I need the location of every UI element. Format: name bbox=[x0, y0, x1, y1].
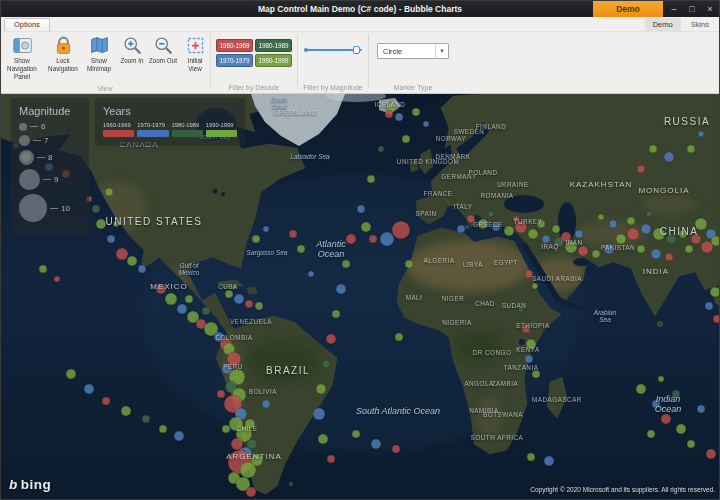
years-legend-swatch bbox=[172, 130, 203, 137]
earthquake-bubble bbox=[308, 271, 314, 277]
lock-navigation-button[interactable]: Lock Navigation bbox=[45, 33, 81, 85]
earthquake-bubble bbox=[478, 219, 488, 229]
tab-options[interactable]: Options bbox=[4, 18, 50, 31]
magnitude-slider[interactable] bbox=[304, 43, 362, 57]
magnitude-value: 9 bbox=[54, 175, 58, 184]
earthquake-bubble bbox=[177, 304, 187, 314]
earthquake-bubble bbox=[672, 390, 680, 398]
earthquake-bubble bbox=[492, 223, 500, 231]
title-bar: Map Control Main Demo (C# code) - Bubble… bbox=[1, 1, 719, 17]
earthquake-bubble bbox=[138, 265, 146, 273]
earthquake-bubble bbox=[522, 325, 530, 333]
earthquake-bubble bbox=[234, 294, 244, 304]
years-legend-label: 1970-1979 bbox=[137, 122, 168, 128]
close-icon[interactable]: × bbox=[701, 1, 719, 17]
earthquake-bubble bbox=[646, 211, 652, 217]
earthquake-bubble bbox=[263, 226, 269, 232]
earthquake-bubble bbox=[54, 276, 60, 282]
earthquake-bubble bbox=[245, 419, 255, 429]
tab-skins[interactable]: Skins bbox=[683, 18, 717, 31]
magnitude-slider-thumb[interactable] bbox=[353, 46, 360, 54]
years-legend-item: 1960-1969 bbox=[103, 122, 134, 137]
earthquake-bubble bbox=[336, 284, 346, 294]
earthquake-bubble bbox=[289, 230, 297, 238]
marker-type-dropdown[interactable]: Circle ▾ bbox=[377, 43, 449, 59]
magnitude-circle bbox=[19, 169, 40, 190]
earthquake-bubble bbox=[185, 295, 193, 303]
earthquake-bubble bbox=[525, 270, 533, 278]
earthquake-bubble bbox=[705, 302, 713, 310]
magnitude-tick bbox=[50, 208, 58, 209]
earthquake-bubble bbox=[142, 415, 150, 423]
earthquake-bubble bbox=[346, 234, 356, 244]
earthquake-bubble bbox=[653, 228, 665, 240]
world-map bbox=[1, 94, 720, 500]
maximize-icon[interactable]: □ bbox=[683, 1, 701, 17]
view-group: Show Navigation Panel Lock Navigation Sh… bbox=[1, 32, 209, 93]
demo-badge[interactable]: Demo bbox=[593, 1, 663, 17]
minimize-icon[interactable]: – bbox=[665, 1, 683, 17]
window-controls: – □ × bbox=[665, 1, 719, 17]
years-legend-title: Years bbox=[103, 105, 237, 117]
earthquake-bubble bbox=[679, 230, 687, 238]
earthquake-bubble bbox=[92, 205, 100, 213]
earthquake-bubble bbox=[84, 384, 94, 394]
earthquake-bubble bbox=[661, 414, 671, 424]
window-title: Map Control Main Demo (C# code) - Bubble… bbox=[258, 1, 462, 17]
initial-view-button[interactable]: Initial View bbox=[179, 33, 211, 85]
earthquake-bubble bbox=[316, 384, 326, 394]
earthquake-bubble bbox=[159, 425, 167, 433]
map-canvas[interactable]: UNITED STATESBRAZILRUSSIACHINACANADAARGE… bbox=[1, 94, 720, 500]
earthquake-bubble bbox=[327, 455, 335, 463]
earthquake-bubble bbox=[532, 283, 538, 289]
earthquake-bubble bbox=[641, 224, 651, 234]
marker-type-group: Circle ▾ Marker Type bbox=[370, 32, 456, 93]
marker-group-label: Marker Type bbox=[394, 84, 433, 93]
earthquake-bubble bbox=[627, 228, 639, 240]
dropdown-arrow-icon[interactable]: ▾ bbox=[435, 44, 448, 58]
decade-1960-1969-button[interactable]: 1960-1969 bbox=[216, 39, 253, 52]
minimap-icon bbox=[89, 35, 110, 56]
magnitude-legend-row: 9 bbox=[19, 169, 81, 190]
button-label: Lock Navigation bbox=[48, 57, 78, 73]
decade-1980-1989-button[interactable]: 1980-1989 bbox=[255, 39, 292, 52]
earthquake-bubble bbox=[527, 453, 535, 461]
show-minimap-button[interactable]: Show Minimap bbox=[81, 33, 117, 85]
button-label: Initial View bbox=[188, 57, 203, 73]
tab-demo[interactable]: Demo bbox=[645, 18, 681, 31]
magnitude-legend-row: 7 bbox=[19, 135, 81, 146]
earthquake-bubble bbox=[127, 256, 137, 266]
earthquake-bubble bbox=[227, 352, 241, 366]
earthquake-bubble bbox=[245, 300, 253, 308]
magnitude-tick bbox=[43, 179, 51, 180]
bing-logo-text: bing bbox=[21, 477, 52, 492]
zoom-in-button[interactable]: Zoom In bbox=[117, 33, 147, 85]
earthquake-bubble bbox=[252, 235, 260, 243]
earthquake-bubble bbox=[565, 241, 577, 253]
magnitude-circle bbox=[19, 123, 27, 131]
zoom-out-button[interactable]: Zoom Out bbox=[147, 33, 179, 85]
magnitude-legend-title: Magnitude bbox=[19, 105, 81, 117]
years-legend-swatch bbox=[206, 130, 237, 137]
decade-1990-1999-button[interactable]: 1990-1999 bbox=[255, 54, 292, 67]
magnitude-circle bbox=[19, 194, 47, 222]
ribbon: Show Navigation Panel Lock Navigation Sh… bbox=[1, 32, 719, 94]
earthquake-bubble bbox=[326, 334, 336, 344]
earthquake-bubble bbox=[604, 244, 614, 254]
earthquake-bubble bbox=[262, 400, 270, 408]
earthquake-bubble bbox=[528, 229, 538, 239]
earthquake-bubble bbox=[361, 222, 371, 232]
earthquake-bubble bbox=[202, 307, 210, 315]
earthquake-bubble bbox=[664, 152, 674, 162]
ribbon-separator bbox=[368, 34, 369, 88]
filter-by-magnitude-group: Filter by Magnitude bbox=[299, 32, 367, 93]
earthquake-bubble bbox=[616, 234, 626, 244]
decade-1970-1979-button[interactable]: 1970-1979 bbox=[216, 54, 253, 67]
show-navigation-panel-button[interactable]: Show Navigation Panel bbox=[0, 33, 45, 85]
earthquake-bubble bbox=[423, 121, 429, 127]
ribbon-separator bbox=[297, 34, 298, 88]
earthquake-bubble bbox=[369, 235, 377, 243]
earthquake-bubble bbox=[380, 232, 394, 246]
magnitude-tick bbox=[37, 157, 45, 158]
magnitude-legend-row: 10 bbox=[19, 194, 81, 222]
